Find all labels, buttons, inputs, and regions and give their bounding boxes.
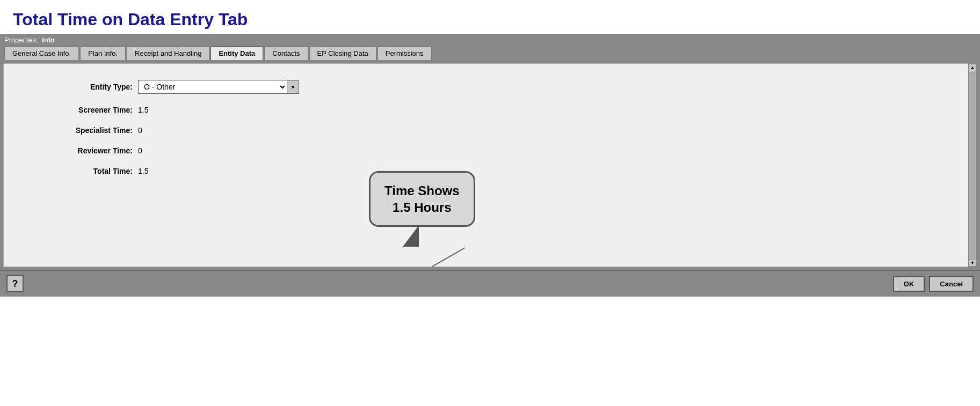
entity-type-label: Entity Type: [25, 83, 133, 91]
cancel-button[interactable]: Cancel [929, 276, 974, 292]
inner-panel: Entity Type: O - Other C - Corporation P… [3, 63, 977, 267]
specialist-time-value: 0 [138, 126, 142, 135]
callout-container: Time Shows 1.5 Hours [369, 171, 475, 227]
total-time-row: Total Time: 1.5 [25, 167, 955, 175]
scrollbar-right[interactable]: ▲ ▼ [968, 63, 977, 267]
footer-buttons: OK Cancel [893, 276, 974, 292]
properties-bar: Properties: Info [0, 34, 980, 44]
scroll-down-arrow[interactable]: ▼ [969, 259, 976, 267]
total-time-label: Total Time: [25, 167, 133, 175]
specialist-time-label: Specialist Time: [25, 126, 133, 135]
scroll-thumb[interactable] [969, 72, 976, 259]
entity-type-select[interactable]: O - Other C - Corporation P - Partnershi… [139, 80, 287, 93]
scroll-up-arrow[interactable]: ▲ [969, 64, 976, 71]
reviewer-time-label: Reviewer Time: [25, 146, 133, 155]
ok-button[interactable]: OK [893, 276, 925, 292]
callout-line2: 1.5 Hours [393, 200, 451, 215]
tab-contacts[interactable]: Contacts [264, 46, 308, 60]
specialist-time-row: Specialist Time: 0 [25, 126, 955, 135]
screener-time-row: Screener Time: 1.5 [25, 106, 955, 114]
tab-general-case-info[interactable]: General Case Info. [4, 46, 79, 60]
callout-line1: Time Shows [384, 183, 460, 198]
tab-plan-info[interactable]: Plan Info. [80, 46, 126, 60]
help-button[interactable]: ? [6, 275, 24, 292]
page-title: Total Time on Data Entry Tab [0, 0, 980, 34]
callout-tail-line [432, 248, 466, 268]
entity-type-row: Entity Type: O - Other C - Corporation P… [25, 80, 955, 94]
footer-bar: ? OK Cancel [0, 270, 980, 297]
screener-time-label: Screener Time: [25, 106, 133, 114]
main-content-area: Entity Type: O - Other C - Corporation P… [0, 60, 980, 270]
tabs-row: General Case Info. Plan Info. Receipt an… [0, 44, 980, 60]
reviewer-time-value: 0 [138, 146, 142, 155]
total-time-value: 1.5 [138, 167, 148, 175]
reviewer-time-row: Reviewer Time: 0 [25, 146, 955, 155]
callout-box: Time Shows 1.5 Hours [369, 171, 475, 227]
tab-entity-data[interactable]: Entity Data [210, 46, 263, 60]
tab-permissions[interactable]: Permissions [378, 46, 432, 60]
properties-label: Properties: Info [4, 36, 55, 44]
entity-type-select-wrapper[interactable]: O - Other C - Corporation P - Partnershi… [138, 80, 299, 94]
entity-type-dropdown-arrow[interactable]: ▼ [287, 80, 299, 93]
tab-receipt-and-handling[interactable]: Receipt and Handling [127, 46, 209, 60]
tab-ep-closing-data[interactable]: EP Closing Data [309, 46, 376, 60]
screener-time-value: 1.5 [138, 106, 148, 114]
